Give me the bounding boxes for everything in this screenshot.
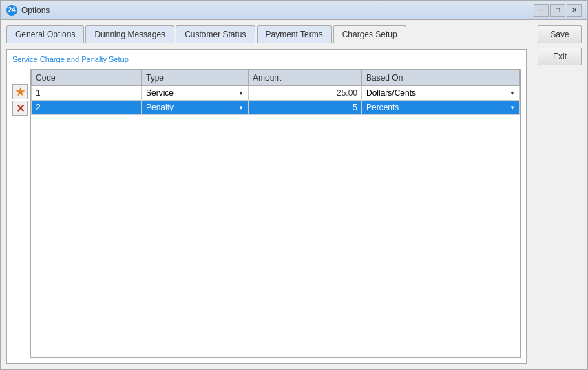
col-header-amount: Amount (249, 70, 362, 86)
minimize-button[interactable]: ─ (534, 4, 549, 17)
row-action-buttons: ★ ✕ (12, 84, 28, 358)
col-header-type: Type (142, 70, 249, 86)
exit-button[interactable]: Exit (538, 48, 582, 65)
row2-basedon-wrapper: Dollars/Cents Percents ▼ (366, 103, 515, 112)
close-button[interactable]: ✕ (567, 4, 582, 17)
row2-type: Service Penalty ▼ (142, 101, 249, 115)
col-header-code: Code (32, 70, 142, 86)
side-button-panel: Save Exit (532, 20, 587, 369)
app-icon: 24 (6, 5, 17, 16)
row1-basedon-wrapper: Dollars/Cents Percents ▼ (366, 88, 515, 98)
tab-charges[interactable]: Charges Setup (333, 25, 406, 43)
window-inner: General Options Dunning Messages Custome… (1, 20, 587, 369)
resize-indicator: ⟘ (580, 358, 585, 367)
row2-basedon-arrow: ▼ (510, 105, 515, 111)
title-bar: 24 Options ─ □ ✕ (1, 1, 587, 20)
tab-general[interactable]: General Options (6, 25, 84, 43)
table-header: Code Type Amount Based On (32, 70, 520, 86)
row1-type: Service Penalty ▼ (142, 86, 249, 101)
col-header-basedon: Based On (362, 70, 520, 86)
row1-type-wrapper: Service Penalty ▼ (146, 88, 244, 98)
tab-customer[interactable]: Customer Status (176, 25, 255, 43)
row2-amount: 5 (249, 101, 362, 115)
table-row: 1 Service Penalty ▼ (32, 86, 520, 101)
table-row[interactable]: 2 Service Penalty ▼ (32, 101, 520, 115)
row2-basedon: Dollars/Cents Percents ▼ (362, 101, 520, 115)
row1-basedon-select[interactable]: Dollars/Cents Percents (366, 88, 508, 98)
tab-dunning[interactable]: Dunning Messages (85, 25, 174, 43)
row2-basedon-select[interactable]: Dollars/Cents Percents (366, 103, 508, 112)
tab-bar: General Options Dunning Messages Custome… (6, 25, 527, 43)
header-row: Code Type Amount Based On (32, 70, 520, 86)
add-icon: ★ (15, 85, 25, 99)
delete-icon: ✕ (16, 102, 25, 115)
table-area: ★ ✕ Code Type Amount (12, 69, 521, 358)
row2-code: 2 (32, 101, 142, 115)
content-panel: Service Charge and Penalty Setup ★ ✕ (6, 49, 527, 364)
row1-code: 1 (32, 86, 142, 101)
row1-type-arrow: ▼ (238, 90, 244, 96)
row1-amount: 25.00 (249, 86, 362, 101)
row2-type-wrapper: Service Penalty ▼ (146, 103, 244, 112)
row1-basedon-arrow: ▼ (510, 90, 515, 96)
tab-payment[interactable]: Payment Terms (257, 25, 332, 43)
section-title: Service Charge and Penalty Setup (12, 55, 521, 63)
save-button[interactable]: Save (538, 25, 582, 43)
row1-basedon: Dollars/Cents Percents ▼ (362, 86, 520, 101)
table-body: 1 Service Penalty ▼ (32, 86, 520, 115)
add-row-button[interactable]: ★ (12, 84, 28, 99)
data-table: Code Type Amount Based On 1 (31, 70, 520, 115)
main-window: 24 Options ─ □ ✕ General Options Dunning… (0, 0, 588, 370)
window-title: Options (21, 6, 534, 15)
data-table-container: Code Type Amount Based On 1 (30, 69, 521, 358)
main-panel: General Options Dunning Messages Custome… (1, 20, 532, 369)
delete-row-button[interactable]: ✕ (12, 101, 28, 116)
window-controls: ─ □ ✕ (534, 4, 582, 17)
maximize-button[interactable]: □ (550, 4, 565, 17)
row2-type-arrow: ▼ (238, 105, 244, 111)
row1-type-select[interactable]: Service Penalty (146, 88, 237, 98)
row2-type-select[interactable]: Service Penalty (146, 103, 237, 112)
